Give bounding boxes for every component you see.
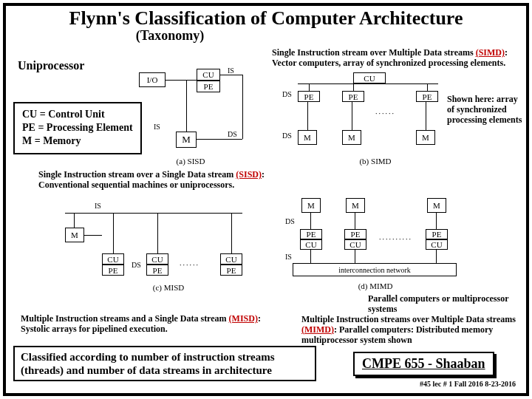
- mimd-cu2: CU: [344, 239, 366, 250]
- sisd-io: I/O: [139, 72, 166, 87]
- sisd-m: M: [176, 132, 197, 148]
- mimd-pe3: PE: [426, 229, 448, 239]
- misd-cu2: CU: [146, 253, 168, 265]
- simd-m3: M: [416, 130, 435, 145]
- uniprocessor-label: Uniprocessor: [18, 59, 84, 72]
- simd-cu: CU: [353, 72, 386, 83]
- caption-misd: (c) MISD: [139, 283, 198, 292]
- page-subtitle: (Taxonomy): [0, 28, 526, 44]
- misd-pe3: PE: [220, 265, 242, 276]
- footer-meta: #45 lec # 1 Fall 2016 8-23-2016: [420, 380, 516, 388]
- simd-pe1: PE: [298, 91, 320, 102]
- simd-m2: M: [342, 130, 361, 145]
- mimd-description: Multiple Instruction streams over Multip…: [301, 315, 516, 345]
- misd-cu1: CU: [102, 253, 124, 265]
- caption-simd: (b) SIMD: [346, 157, 405, 166]
- page-title: Flynn's Classification of Computer Archi…: [6, 7, 526, 30]
- mimd-cu3: CU: [426, 239, 448, 250]
- misd-description: Multiple Instruction streams and a Singl…: [21, 314, 272, 335]
- simd-pe3: PE: [416, 91, 438, 102]
- misd-cu3: CU: [220, 253, 242, 265]
- course-box: CMPE 655 - Shaaban: [353, 352, 494, 376]
- mimd-m2: M: [346, 198, 365, 213]
- misd-pe1: PE: [102, 265, 124, 276]
- sisd-description: Single Instruction stream over a Single …: [38, 170, 282, 191]
- caption-mimd: (d) MIMD: [346, 282, 405, 290]
- misd-pe2: PE: [146, 265, 168, 276]
- mimd-cu1: CU: [300, 239, 322, 250]
- legend-box: CU = Control Unit PE = Processing Elemen…: [13, 102, 142, 154]
- mimd-m3: M: [427, 198, 446, 213]
- classified-box: Classified according to number of instru…: [13, 346, 316, 381]
- simd-description: Single Instruction stream over Multiple …: [272, 48, 516, 69]
- mimd-m1: M: [301, 198, 321, 213]
- sisd-pe: PE: [197, 81, 220, 92]
- simd-pe2: PE: [342, 91, 364, 102]
- simd-m1: M: [298, 130, 317, 145]
- sisd-cu: CU: [197, 69, 220, 81]
- mimd-pe1: PE: [300, 229, 322, 239]
- caption-sisd: (a) SISD: [161, 157, 220, 166]
- misd-m: M: [65, 228, 84, 242]
- shown-here-note: Shown here: array of synchronized proces…: [447, 95, 525, 125]
- parallel-note: Parallel computers or multiprocessor sys…: [368, 294, 516, 315]
- mimd-pe2: PE: [344, 229, 366, 239]
- mimd-intercon: interconnection network: [293, 263, 457, 276]
